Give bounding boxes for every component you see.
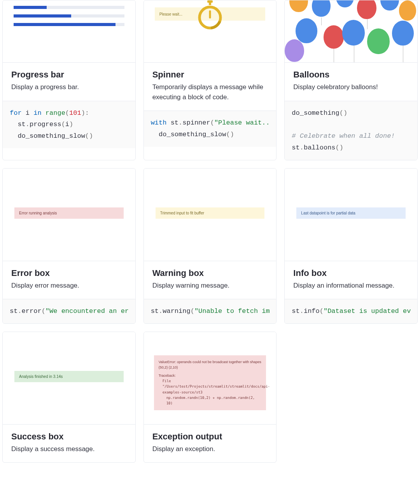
code-block: for i in range(101): st.progress(i) do_s… (3, 101, 135, 148)
card-error-box[interactable]: Error running analysis Error box Display… (2, 168, 136, 324)
card-desc: Display warning message. (152, 281, 268, 291)
preview-success: Analysis finished in 3.14s (3, 332, 135, 425)
card-warning-box[interactable]: Trimmed input to fit buffer Warning box … (144, 168, 277, 324)
preview-error: Error running analysis (3, 169, 135, 261)
preview-exception: ValueError: operands could not be broadc… (144, 332, 276, 425)
warning-message: Trimmed input to fit buffer (156, 207, 265, 219)
card-desc: Display a progress bar. (11, 82, 127, 92)
card-spinner[interactable]: Please wait... Spinner Temporarily displ… (144, 0, 277, 160)
success-message: Analysis finished in 3.14s (14, 371, 124, 382)
card-desc: Display celebratory balloons! (293, 82, 409, 92)
spinner-text: Please wait... (159, 12, 182, 16)
card-success-box[interactable]: Analysis finished in 3.14s Success box D… (2, 332, 136, 463)
code-block: st.info("Dataset is updated ev (285, 299, 417, 323)
card-desc: Display an exception. (152, 444, 268, 454)
card-exception-output[interactable]: ValueError: operands could not be broadc… (144, 332, 277, 463)
card-balloons[interactable]: Balloons Display celebratory balloons! d… (284, 0, 418, 160)
card-title: Progress bar (11, 70, 127, 80)
card-title: Success box (11, 432, 127, 442)
error-message: Error running analysis (14, 207, 124, 219)
card-desc: Display a success message. (11, 444, 127, 454)
preview-info: Last datapoint is for partial data (285, 169, 417, 261)
card-progress-bar[interactable]: Progress bar Display a progress bar. for… (2, 0, 136, 160)
card-title: Error box (11, 268, 127, 278)
code-block: st.warning("Unable to fetch im (144, 299, 276, 323)
card-title: Info box (293, 268, 409, 278)
preview-progress (3, 0, 135, 63)
card-grid: Progress bar Display a progress bar. for… (2, 0, 418, 463)
preview-spinner: Please wait... (144, 0, 276, 63)
code-block: with st.spinner("Please wait.. do_someth… (144, 111, 276, 147)
card-title: Warning box (152, 268, 268, 278)
card-title: Exception output (152, 432, 268, 442)
card-desc: Display an informational message. (293, 281, 409, 291)
card-desc: Display error message. (11, 281, 127, 291)
preview-warning: Trimmed input to fit buffer (144, 169, 276, 261)
info-message: Last datapoint is for partial data (296, 207, 406, 219)
code-block: do_something() # Celebrate when all done… (285, 101, 417, 160)
code-block: st.error("We encountered an er (3, 299, 135, 323)
svg-rect-1 (209, 2, 211, 5)
preview-balloons (285, 0, 417, 63)
card-info-box[interactable]: Last datapoint is for partial data Info … (284, 168, 418, 324)
card-title: Spinner (152, 70, 268, 80)
stopwatch-icon (196, 0, 224, 32)
exception-message: ValueError: operands could not be broadc… (154, 355, 266, 410)
card-desc: Temporarily displays a message while exe… (152, 82, 268, 102)
card-title: Balloons (293, 70, 409, 80)
